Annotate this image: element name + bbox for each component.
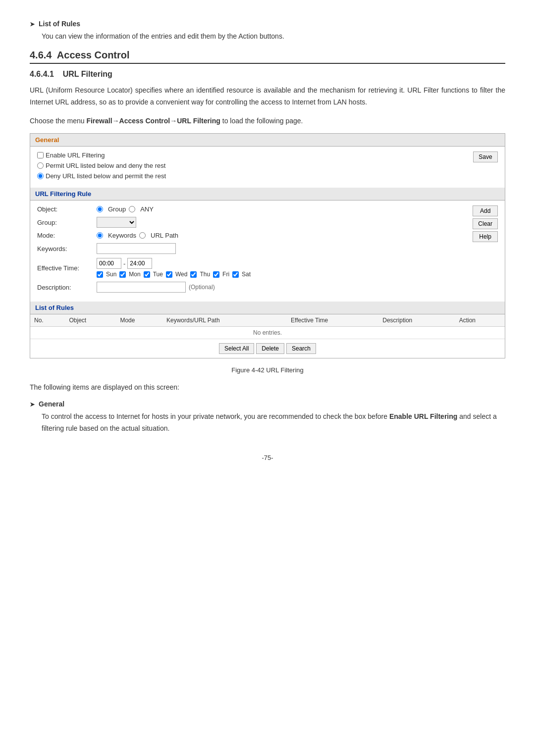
group-row: Group: [37,217,498,228]
search-button[interactable]: Search [286,343,316,354]
day-fri: Fri [213,271,229,278]
mode-field: Keywords URL Path [97,232,498,239]
effective-time-row: Effective Time: - Sun Mon Tue Wed Thu [37,258,498,278]
list-of-rules-panel-header: List of Rules [30,302,505,314]
enable-url-filtering-label: Enable URL Filtering [46,151,105,159]
no-entries-row: No entries. [30,327,505,339]
help-button[interactable]: Help [473,231,498,242]
effective-time-field: - Sun Mon Tue Wed Thu Fri Sat [97,258,498,278]
day-sat: Sat [232,271,251,278]
object-any-label: ANY [140,205,154,213]
object-row: Object: Group ANY [37,205,498,213]
general-section-heading: General [30,400,505,408]
object-label: Object: [37,205,97,213]
object-group-radio[interactable] [97,206,103,212]
time-from-input[interactable] [97,258,121,269]
keywords-row: Keywords: [37,243,498,254]
col-keywords: Keywords/URL Path [162,314,287,327]
permit-radio[interactable] [37,162,44,169]
keywords-field [97,243,498,254]
col-effective-time: Effective Time [287,314,378,327]
url-filtering-rule-header: URL Filtering Rule [30,188,505,201]
list-of-rules-bullet: List of Rules [30,20,505,28]
enable-url-filtering-checkbox[interactable] [37,152,44,158]
col-mode: Mode [116,314,162,327]
general-section-desc: To control the access to Internet for ho… [42,411,505,435]
mode-label: Mode: [37,232,97,239]
permit-radio-row: Permit URL listed below and deny the res… [37,162,498,169]
deny-radio-row: Deny URL listed below and permit the res… [37,172,498,180]
list-of-rules-table-area: No. Object Mode Keywords/URL Path Effect… [30,314,505,358]
tue-checkbox[interactable] [144,271,150,278]
col-object: Object [65,314,116,327]
menu-instruction: Choose the menu Firewall→Access Control→… [30,115,505,126]
table-header-row: No. Object Mode Keywords/URL Path Effect… [30,314,505,327]
object-group-label: Group [108,205,126,213]
description-field: (Optional) [97,282,498,293]
sat-checkbox[interactable] [232,271,239,278]
time-to-input[interactable] [127,258,152,269]
delete-button[interactable]: Delete [256,343,284,354]
thu-checkbox[interactable] [190,271,197,278]
mode-keywords-label: Keywords [108,232,136,239]
time-separator: - [123,260,125,267]
day-wed: Wed [166,271,187,278]
mode-urlpath-radio[interactable] [139,232,146,239]
day-thu: Thu [190,271,210,278]
deny-label: Deny URL listed below and permit the res… [46,172,166,180]
mode-urlpath-label: URL Path [151,232,178,239]
keywords-label: Keywords: [37,245,97,252]
side-buttons: Add Clear Help [473,205,498,242]
wed-checkbox[interactable] [166,271,172,278]
subsection-heading: 4.6.4.1 URL Filtering [30,70,505,79]
general-header: General [30,134,505,147]
col-description: Description [378,314,455,327]
page-number: -75- [30,454,505,461]
intro-paragraph: URL (Uniform Resource Locator) specifies… [30,85,505,108]
sun-checkbox[interactable] [97,271,103,278]
clear-button[interactable]: Clear [473,218,498,229]
group-field [97,217,498,228]
description-input[interactable] [97,282,186,293]
description-row: Description: (Optional) [37,282,498,293]
url-filtering-rule-content: Add Clear Help Object: Group ANY Group: … [30,201,505,302]
description-label: Description: [37,284,97,291]
group-label: Group: [37,219,97,226]
table-footer: Select All Delete Search [30,339,505,358]
no-entries-cell: No entries. [30,327,505,339]
figure-caption: Figure 4-42 URL Filtering [30,366,505,374]
select-all-button[interactable]: Select All [219,343,254,354]
object-field: Group ANY [97,205,498,213]
group-select[interactable] [97,217,136,228]
col-no: No. [30,314,65,327]
optional-text: (Optional) [189,284,215,291]
enable-url-filtering-row: Enable URL Filtering [37,151,498,159]
day-sun: Sun [97,271,116,278]
deny-radio[interactable] [37,173,44,179]
section-heading: 4.6.4 Access Control [30,50,505,64]
mode-row: Mode: Keywords URL Path [37,232,498,239]
mode-keywords-radio[interactable] [97,232,103,239]
following-items-text: The following items are displayed on thi… [30,382,505,393]
days-row: Sun Mon Tue Wed Thu Fri Sat [97,271,251,278]
ui-panel: General Save Enable URL Filtering Permit… [30,133,505,358]
keywords-input[interactable] [97,243,176,254]
object-any-radio[interactable] [129,206,135,212]
save-button[interactable]: Save [473,151,498,162]
col-action: Action [455,314,505,327]
permit-label: Permit URL listed below and deny the res… [46,162,165,169]
effective-time-label: Effective Time: [37,264,97,272]
rules-table: No. Object Mode Keywords/URL Path Effect… [30,314,505,339]
add-button[interactable]: Add [473,205,498,216]
mon-checkbox[interactable] [119,271,126,278]
day-tue: Tue [144,271,163,278]
fri-checkbox[interactable] [213,271,219,278]
day-mon: Mon [119,271,140,278]
list-of-rules-desc: You can view the information of the entr… [42,31,505,42]
general-content: Save Enable URL Filtering Permit URL lis… [30,147,505,188]
